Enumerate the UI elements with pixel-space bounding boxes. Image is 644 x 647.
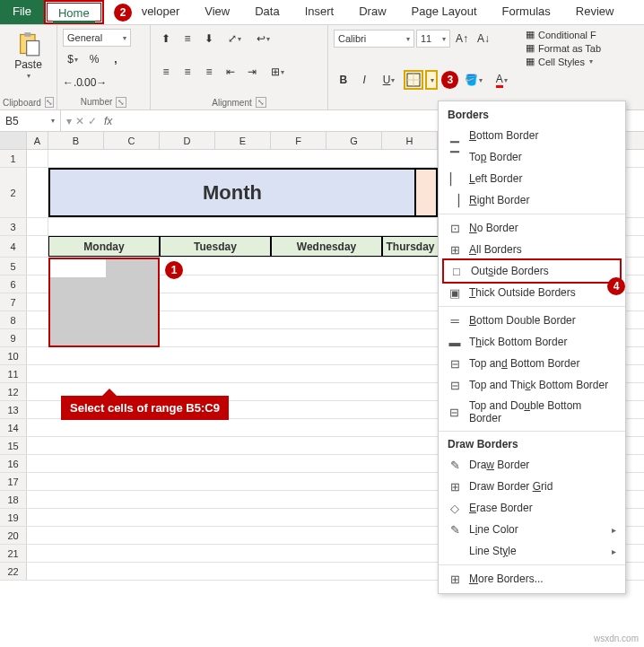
row-header[interactable]: 10 [0,347,27,364]
active-cell[interactable] [50,259,106,277]
increase-indent-icon[interactable]: ⇥ [242,62,262,82]
increase-font-icon[interactable]: A↑ [452,29,472,48]
col-header-B[interactable]: B [48,132,104,149]
col-header-H[interactable]: H [382,132,438,149]
tab-pagelayout[interactable]: Page Layout [399,0,490,24]
align-left-icon[interactable]: ≡ [156,62,176,82]
wrap-text-icon[interactable]: ↩▾ [249,29,276,48]
tab-data[interactable]: Data [242,0,292,24]
align-top-icon[interactable]: ⬆ [156,29,176,48]
align-center-icon[interactable]: ≡ [178,62,197,82]
cell-styles-button[interactable]: ▦Cell Styles▾ [526,56,601,67]
col-header-F[interactable]: F [271,132,326,149]
borders-dropdown[interactable]: ▾ [425,70,438,90]
menu-right-border[interactable]: ▕Right Border [439,189,625,211]
row-header[interactable]: 5 [0,258,27,275]
merge-icon[interactable]: ⊞▾ [264,62,291,82]
cancel-icon[interactable]: ✕ [75,115,84,127]
row-header[interactable]: 7 [0,293,27,310]
tab-home[interactable]: Home [44,0,104,24]
menu-all-borders[interactable]: ⊞All Borders [439,239,625,260]
align-right-icon[interactable]: ≡ [199,62,219,82]
comma-icon[interactable]: , [106,49,126,69]
menu-thick-outside[interactable]: ▣Thick Outside Borders [439,282,625,303]
month-title-cell[interactable]: Month [48,168,416,217]
align-middle-icon[interactable]: ≡ [178,29,197,48]
tab-review[interactable]: Review [563,0,627,24]
increase-decimal-icon[interactable]: ←.0 [63,73,83,92]
paste-button[interactable]: Paste ▾ [5,29,51,82]
menu-top-double-bottom[interactable]: ⊟Top and Double Bottom Border [439,396,625,428]
menu-outside-borders[interactable]: □Outside Borders [442,258,622,284]
menu-erase-border[interactable]: ◇Erase Border [439,497,625,519]
row-header[interactable]: 16 [0,455,27,472]
menu-thick-bottom[interactable]: ▬Thick Bottom Border [439,331,625,353]
bold-icon[interactable]: B [334,70,352,90]
menu-line-color[interactable]: ✎Line Color▸ [439,519,625,540]
font-color-icon[interactable]: A▾ [489,70,515,90]
row-header[interactable]: 13 [0,401,27,418]
tab-formulas[interactable]: Formulas [490,0,563,24]
row-header[interactable]: 19 [0,509,27,526]
menu-no-border[interactable]: ⊡No Border [439,217,625,239]
tab-draw[interactable]: Draw [346,0,398,24]
currency-icon[interactable]: $▾ [63,49,83,69]
borders-button[interactable] [404,70,423,90]
menu-bottom-border[interactable]: ▁Bottom Border [439,125,625,146]
dialog-launcher-icon[interactable]: ⤡ [256,97,266,108]
menu-draw-grid[interactable]: ⊞Draw Border Grid [439,476,625,497]
menu-line-style[interactable]: Line Style▸ [439,540,625,562]
tab-file[interactable]: File [0,0,44,24]
tab-view[interactable]: View [192,0,242,24]
percent-icon[interactable]: % [84,49,104,69]
row-header[interactable]: 20 [0,527,27,544]
row-header[interactable]: 6 [0,275,27,293]
row-header[interactable]: 11 [0,365,27,382]
tab-insert[interactable]: Insert [292,0,347,24]
col-header-G[interactable]: G [326,132,382,149]
number-format-select[interactable]: General▾ [63,29,131,47]
dropdown-icon[interactable]: ▾ [66,115,72,127]
font-name-select[interactable]: Calibri▾ [334,30,414,48]
row-header[interactable]: 12 [0,383,27,400]
col-header-E[interactable]: E [215,132,271,149]
row-header[interactable]: 21 [0,545,27,562]
font-size-select[interactable]: 11▾ [416,30,450,48]
italic-icon[interactable]: I [354,70,373,90]
day-header[interactable]: Tuesday [160,236,271,257]
tab-developer[interactable]: veloper [129,0,193,24]
format-as-table-button[interactable]: ▦Format as Tab [526,42,601,54]
row-header[interactable]: 1 [0,150,27,167]
fx-icon[interactable]: fx [104,115,112,127]
align-bottom-icon[interactable]: ⬇ [199,29,219,48]
name-box[interactable]: B5▾ [0,110,61,131]
day-header[interactable]: Monday [48,236,160,257]
row-header[interactable]: 3 [0,218,27,235]
col-header-C[interactable]: C [104,132,160,149]
day-header[interactable]: Wednesday [271,236,382,257]
menu-left-border[interactable]: ▏Left Border [439,168,625,189]
row-header[interactable]: 15 [0,437,27,454]
orientation-icon[interactable]: ⤢▾ [221,29,248,48]
row-header[interactable]: 4 [0,236,27,257]
decrease-font-icon[interactable]: A↓ [474,29,493,48]
decrease-decimal-icon[interactable]: .00→ [84,73,104,92]
decrease-indent-icon[interactable]: ⇤ [221,62,240,82]
row-header[interactable]: 17 [0,473,27,490]
dialog-launcher-icon[interactable]: ⤡ [45,97,54,108]
select-all-corner[interactable] [0,132,27,149]
menu-draw-border[interactable]: ✎Draw Border [439,454,625,476]
col-header-A[interactable]: A [27,132,48,149]
dialog-launcher-icon[interactable]: ⤡ [116,97,126,108]
menu-more-borders[interactable]: ⊞More Borders... [439,568,625,581]
enter-icon[interactable]: ✓ [88,115,97,127]
row-header[interactable]: 2 [0,168,27,217]
row-header[interactable]: 8 [0,311,27,328]
menu-bottom-double[interactable]: ═Bottom Double Border [439,310,625,331]
selection-range[interactable] [48,258,160,347]
underline-icon[interactable]: U▾ [376,70,402,90]
fill-color-icon[interactable]: 🪣▾ [460,70,486,90]
row-header[interactable]: 14 [0,419,27,436]
conditional-formatting-button[interactable]: ▦Conditional F [526,29,601,40]
menu-top-bottom[interactable]: ⊟Top and Bottom Border [439,353,625,374]
